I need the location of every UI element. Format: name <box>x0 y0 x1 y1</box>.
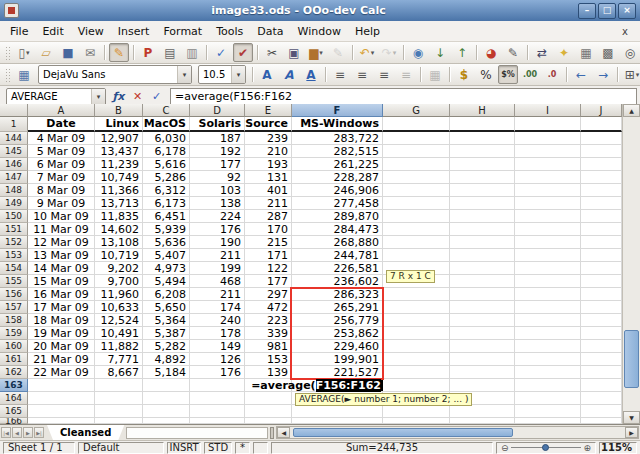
cell-C148[interactable]: 6,312 <box>143 184 190 197</box>
cell-A145[interactable]: 5 Mar 09 <box>28 145 95 158</box>
cell-C144[interactable]: 6,030 <box>143 132 190 145</box>
cell-E155[interactable]: 177 <box>245 275 292 288</box>
cell-D155[interactable]: 468 <box>190 275 245 288</box>
cell-F144[interactable]: 283,722 <box>292 132 383 145</box>
gallery-button[interactable]: ▦ <box>576 43 596 62</box>
menu-window[interactable]: Window <box>291 23 348 40</box>
toolbar-grip[interactable] <box>5 46 10 60</box>
find-replace-button[interactable]: ⇄ <box>532 43 552 62</box>
row-header-147[interactable]: 147 <box>0 171 28 184</box>
chevron-down-icon[interactable]: ▾ <box>636 71 640 79</box>
col-header-D[interactable]: D <box>190 104 245 117</box>
last-sheet-icon[interactable]: ▶| <box>34 427 44 438</box>
cell-F158[interactable]: 256,779 <box>292 314 383 327</box>
sort-ascending-button[interactable]: ↓ <box>430 43 450 62</box>
print-button[interactable]: ▤ <box>160 43 180 62</box>
cell-G161[interactable] <box>383 353 450 366</box>
first-sheet-icon[interactable]: |◀ <box>1 427 11 438</box>
cell-D1[interactable]: Solaris <box>190 117 245 132</box>
row-header-155[interactable]: 155 <box>0 275 28 288</box>
cell-H161[interactable] <box>450 353 515 366</box>
cell-E156[interactable]: 297 <box>245 288 292 301</box>
menu-format[interactable]: Format <box>156 23 209 40</box>
cell-F160[interactable]: 229,460 <box>292 340 383 353</box>
cell-D164[interactable] <box>190 392 245 405</box>
cell-H144[interactable] <box>450 132 515 145</box>
cell-F155[interactable]: 236,602 <box>292 275 383 288</box>
menu-tools[interactable]: Tools <box>209 23 250 40</box>
cell-I150[interactable] <box>515 210 581 223</box>
add-decimal-button[interactable]: .00 <box>520 65 540 84</box>
cell-J163[interactable] <box>581 379 622 392</box>
cell-J144[interactable] <box>581 132 622 145</box>
cell-I157[interactable] <box>515 301 581 314</box>
cell-G148[interactable] <box>383 184 450 197</box>
cell-I147[interactable] <box>515 171 581 184</box>
page-preview-button[interactable]: ▥ <box>182 43 202 62</box>
cell-A154[interactable]: 14 Mar 09 <box>28 262 95 275</box>
insert-mode-field[interactable]: INSRT <box>167 442 201 454</box>
cell-A165[interactable] <box>28 405 95 418</box>
cell-I1[interactable] <box>515 117 581 132</box>
cell-A162[interactable]: 22 Mar 09 <box>28 366 95 379</box>
cell-H154[interactable] <box>450 262 515 275</box>
cell-C157[interactable]: 5,650 <box>143 301 190 314</box>
insert-chart-button[interactable]: ◕ <box>481 43 501 62</box>
cell-C147[interactable]: 5,286 <box>143 171 190 184</box>
row-header-146[interactable]: 146 <box>0 158 28 171</box>
new-document-button[interactable]: ▯▾ <box>14 43 34 62</box>
cut-button[interactable]: ✂ <box>262 43 282 62</box>
zoom-slider[interactable]: ⊖ ⊕ <box>496 442 596 454</box>
cell-A155[interactable]: 15 Mar 09 <box>28 275 95 288</box>
cell-J150[interactable] <box>581 210 622 223</box>
cell-D145[interactable]: 192 <box>190 145 245 158</box>
cell-C161[interactable]: 4,892 <box>143 353 190 366</box>
cell-J164[interactable] <box>581 392 622 405</box>
menu-view[interactable]: View <box>71 23 111 40</box>
undo-button[interactable]: ↶▾ <box>357 43 377 62</box>
cell-J152[interactable] <box>581 236 622 249</box>
row-header-144[interactable]: 144 <box>0 132 28 145</box>
cell-A159[interactable]: 19 Mar 09 <box>28 327 95 340</box>
cell-C149[interactable]: 6,173 <box>143 197 190 210</box>
cell-J147[interactable] <box>581 171 622 184</box>
cell-J154[interactable] <box>581 262 622 275</box>
cell-B148[interactable]: 11,366 <box>95 184 143 197</box>
cell-H151[interactable] <box>450 223 515 236</box>
cell-A144[interactable]: 4 Mar 09 <box>28 132 95 145</box>
cell-D152[interactable]: 190 <box>190 236 245 249</box>
spreadsheet-grid[interactable]: ABCDEFGHIJ 1DateLinuxMacOSSolarisSourceM… <box>0 104 622 424</box>
cell-E151[interactable]: 170 <box>245 223 292 236</box>
maximize-button[interactable]: □ <box>598 3 616 19</box>
cell-F147[interactable]: 228,287 <box>292 171 383 184</box>
sort-descending-button[interactable]: ↑ <box>452 43 472 62</box>
cell-J149[interactable] <box>581 197 622 210</box>
minimize-button[interactable]: – <box>578 3 596 19</box>
cell-D146[interactable]: 177 <box>190 158 245 171</box>
cell-G165[interactable] <box>383 405 450 418</box>
cell-B144[interactable]: 12,907 <box>95 132 143 145</box>
cell-J161[interactable] <box>581 353 622 366</box>
cell-G150[interactable] <box>383 210 450 223</box>
zoom-in-icon[interactable]: ⊕ <box>583 443 591 453</box>
cell-C163[interactable] <box>143 379 190 392</box>
cell-A161[interactable]: 21 Mar 09 <box>28 353 95 366</box>
cell-A153[interactable]: 13 Mar 09 <box>28 249 95 262</box>
cancel-icon[interactable]: ✕ <box>128 89 147 105</box>
cell-F148[interactable]: 246,906 <box>292 184 383 197</box>
data-sources-button[interactable]: ▩ <box>598 43 618 62</box>
cell-I161[interactable] <box>515 353 581 366</box>
col-header-A[interactable]: A <box>28 104 95 117</box>
zoom-out-icon[interactable]: ⊖ <box>501 443 509 453</box>
cell-J145[interactable] <box>581 145 622 158</box>
cell-B161[interactable]: 7,771 <box>95 353 143 366</box>
spellcheck-button[interactable]: ✓ <box>211 43 231 62</box>
cell-E145[interactable]: 210 <box>245 145 292 158</box>
chevron-down-icon[interactable]: ▾ <box>231 66 245 83</box>
row-header-149[interactable]: 149 <box>0 197 28 210</box>
scroll-right-icon[interactable]: ▶ <box>625 427 638 438</box>
cell-B146[interactable]: 11,239 <box>95 158 143 171</box>
cell-A164[interactable] <box>28 392 95 405</box>
currency-format-button[interactable]: $ <box>454 65 474 84</box>
chevron-down-icon[interactable]: ▾ <box>393 49 397 57</box>
